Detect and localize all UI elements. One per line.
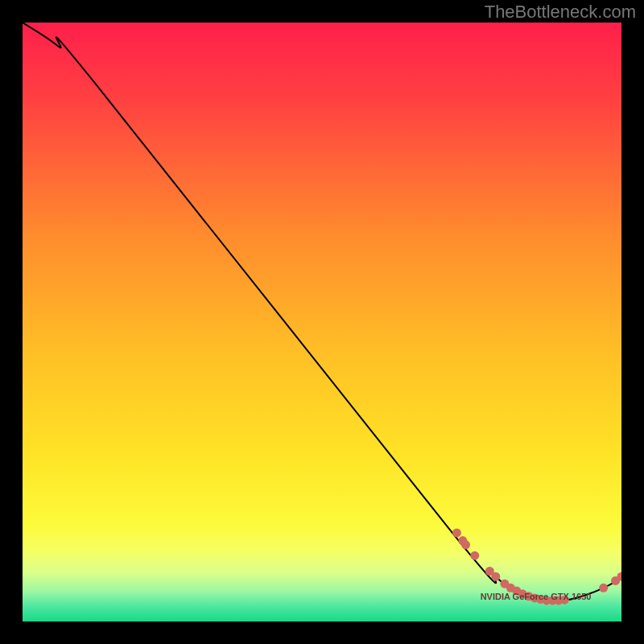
data-point xyxy=(452,528,461,537)
chart-container: TheBottleneck.com NVIDIA GeForce GTX 165… xyxy=(0,0,644,644)
series-annotation: NVIDIA GeForce GTX 1650 xyxy=(481,592,592,601)
data-point xyxy=(491,572,500,581)
data-point xyxy=(461,540,470,549)
data-point xyxy=(470,551,479,560)
gradient-background xyxy=(23,23,621,621)
plot-area: NVIDIA GeForce GTX 1650 xyxy=(23,23,621,621)
watermark-text: TheBottleneck.com xyxy=(485,2,636,23)
chart-svg: NVIDIA GeForce GTX 1650 xyxy=(23,23,621,621)
data-point xyxy=(599,584,608,592)
